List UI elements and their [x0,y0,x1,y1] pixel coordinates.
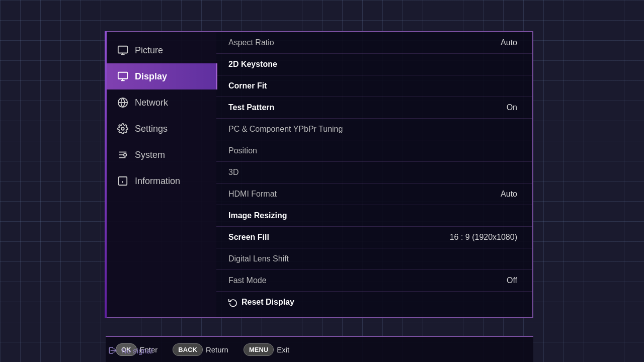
sidebar-item-label-settings: Settings [135,124,168,134]
content-panel: Aspect RatioAuto2D KeystoneCorner FitTes… [216,31,533,318]
menu-item-screen-fill[interactable]: Screen Fill16 : 9 (1920x1080) [216,227,532,248]
menu-item-value-fast-mode: Off [507,276,517,285]
picture-icon [117,44,129,56]
sidebar-item-network[interactable]: Network [107,89,216,116]
menu-list: Aspect RatioAuto2D KeystoneCorner FitTes… [216,32,532,315]
sidebar-item-label-picture: Picture [135,45,163,56]
menu-item-corner-fit[interactable]: Corner Fit [216,75,532,97]
sidebar: PictureDisplayNetworkSettingsSystemInfor… [106,31,216,318]
key-back: BACK [173,343,203,356]
sidebar-item-label-network: Network [135,98,168,108]
no-signal-text: No signal [121,346,153,355]
menu-item-label-reset-display: Reset Display [228,298,294,309]
menu-item-3d[interactable]: 3D [216,162,532,184]
key-menu: MENU [244,343,274,356]
menu-item-fast-mode[interactable]: Fast ModeOff [216,270,532,292]
menu-item-pc-component[interactable]: PC & Component YPbPr Tuning [216,119,532,140]
svg-point-8 [124,153,127,156]
svg-rect-1 [118,72,127,79]
menu-item-label-hdmi-format: HDMI Format [228,190,277,199]
sidebar-item-settings[interactable]: Settings [107,116,216,142]
network-icon [117,97,129,109]
settings-icon [117,123,129,135]
menu-item-label-test-pattern: Test Pattern [228,103,274,112]
reset-icon [228,298,237,307]
menu-item-label-keystone-2d: 2D Keystone [228,60,277,69]
menu-item-value-screen-fill: 16 : 9 (1920x1080) [450,233,517,242]
key-label-back: Return [206,345,228,354]
menu-item-aspect-ratio[interactable]: Aspect RatioAuto [216,32,532,54]
control-menu[interactable]: MENUExit [244,343,289,356]
menu-item-test-pattern[interactable]: Test PatternOn [216,97,532,119]
menu-item-label-screen-fill: Screen Fill [228,233,269,242]
sidebar-item-picture[interactable]: Picture [107,37,216,63]
no-signal-icon [108,346,117,355]
menu-item-keystone-2d[interactable]: 2D Keystone [216,54,532,75]
left-accent-bar [105,31,107,318]
sidebar-item-label-display: Display [135,71,167,82]
bottom-bar: OKEnterBACKReturnMENUExit [106,336,533,362]
menu-item-label-position: Position [228,146,257,155]
menu-item-label-fast-mode: Fast Mode [228,276,267,285]
menu-item-position[interactable]: Position [216,140,532,162]
menu-item-value-test-pattern: On [507,103,517,112]
menu-item-value-hdmi-format: Auto [501,190,517,199]
svg-rect-0 [118,46,127,53]
menu-item-label-digital-lens-shift: Digital Lens Shift [228,254,289,263]
menu-item-reset-display[interactable]: Reset Display [216,292,532,315]
sidebar-item-label-information: Information [135,176,180,187]
menu-item-hdmi-format[interactable]: HDMI FormatAuto [216,184,532,205]
menu-item-label-corner-fit: Corner Fit [228,81,267,90]
sidebar-item-label-system: System [135,150,165,160]
menu-item-digital-lens-shift[interactable]: Digital Lens Shift [216,248,532,270]
sidebar-item-system[interactable]: System [107,142,216,168]
information-icon [117,175,129,187]
menu-item-label-aspect-ratio: Aspect Ratio [228,38,274,47]
key-label-menu: Exit [277,345,289,354]
menu-item-image-resizing[interactable]: Image Resizing [216,205,532,227]
menu-item-label-pc-component: PC & Component YPbPr Tuning [228,125,343,134]
menu-item-value-aspect-ratio: Auto [501,38,517,47]
svg-point-4 [121,127,124,130]
sidebar-item-display[interactable]: Display [107,63,216,89]
menu-item-label-image-resizing: Image Resizing [228,211,287,220]
menu-item-label-3d: 3D [228,168,238,177]
no-signal-indicator: No signal [108,346,153,355]
display-icon [117,70,129,82]
main-ui-container: PictureDisplayNetworkSettingsSystemInfor… [106,31,533,318]
sidebar-item-information[interactable]: Information [107,168,216,194]
control-back[interactable]: BACKReturn [173,343,228,356]
system-icon [117,149,129,161]
